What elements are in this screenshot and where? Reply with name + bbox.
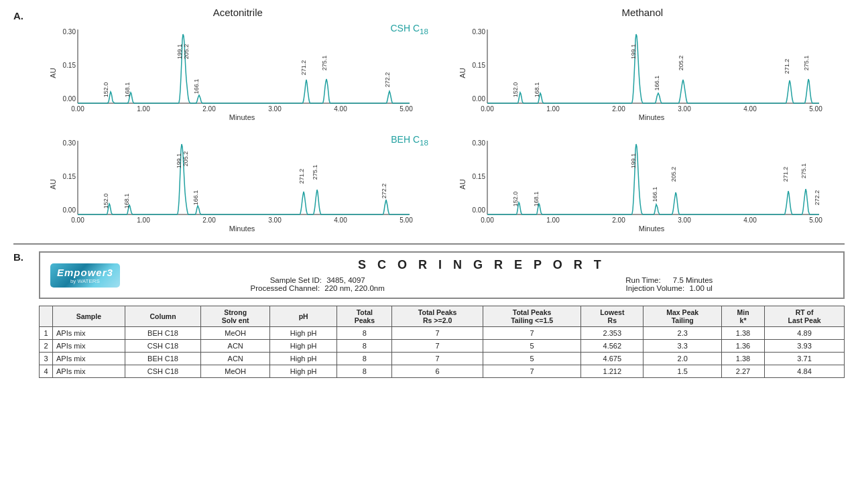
cell-peaks-rs: 7 xyxy=(392,340,483,353)
scoring-table: Sample Column StrongSolv ent pH TotalPea… xyxy=(39,306,845,378)
svg-text:0.00: 0.00 xyxy=(473,95,486,103)
table-header-row: Sample Column StrongSolv ent pH TotalPea… xyxy=(40,306,845,327)
svg-text:271.2: 271.2 xyxy=(784,59,790,74)
chart-bottom-left-svg: AU 0.30 0.15 0.00 0.00 1.00 2.00 3.00 4.… xyxy=(36,131,435,235)
svg-text:271.2: 271.2 xyxy=(300,60,307,76)
svg-text:166.1: 166.1 xyxy=(652,187,658,202)
cell-total-peaks: 8 xyxy=(337,327,392,340)
processed-channel-value: 220 nm, 220.0nm xyxy=(324,284,385,292)
svg-text:166.1: 166.1 xyxy=(192,190,199,206)
svg-text:5.00: 5.00 xyxy=(809,216,822,224)
scoring-title: S C O R I N G R E P O R T xyxy=(130,258,833,272)
svg-text:2.00: 2.00 xyxy=(612,216,625,224)
th-peaks-tailing: Total PeaksTailing <=1.5 xyxy=(483,306,581,327)
svg-text:272.2: 272.2 xyxy=(381,184,387,199)
svg-text:Minutes: Minutes xyxy=(639,225,665,233)
cell-ph: High pH xyxy=(269,340,336,353)
svg-text:AU: AU xyxy=(49,68,57,78)
section-a: A. Acetonitrile Methanol AU 0.30 xyxy=(13,7,845,237)
main-container: A. Acetonitrile Methanol AU 0.30 xyxy=(0,0,858,385)
cell-column: BEH C18 xyxy=(125,353,201,365)
svg-text:0.15: 0.15 xyxy=(473,62,486,69)
svg-text:272.2: 272.2 xyxy=(384,72,391,88)
svg-text:275.1: 275.1 xyxy=(321,56,328,71)
th-column: Column xyxy=(125,306,201,327)
svg-text:0.00: 0.00 xyxy=(473,206,486,214)
th-ph: pH xyxy=(269,306,336,327)
svg-text:5.00: 5.00 xyxy=(809,105,822,113)
charts-area: Acetonitrile Methanol AU 0.30 0.15 0.00 xyxy=(36,7,845,237)
cell-peaks-tailing: 7 xyxy=(483,365,581,378)
svg-text:4.00: 4.00 xyxy=(334,216,347,224)
cell-lowest-rs: 1.212 xyxy=(581,365,644,378)
svg-text:0.15: 0.15 xyxy=(63,173,76,180)
section-b-label: B. xyxy=(13,251,32,378)
cell-num: 4 xyxy=(40,365,53,378)
cell-lowest-rs: 4.562 xyxy=(581,340,644,353)
cell-ph: High pH xyxy=(269,365,336,378)
svg-text:152.0: 152.0 xyxy=(512,192,519,207)
svg-text:275.1: 275.1 xyxy=(800,164,807,179)
svg-text:152.0: 152.0 xyxy=(103,194,109,209)
svg-text:0.15: 0.15 xyxy=(473,173,486,180)
cell-ph: High pH xyxy=(269,353,336,365)
chart-top-left-label: CSH C18 xyxy=(390,23,428,36)
svg-text:168.1: 168.1 xyxy=(124,82,131,98)
scoring-header-box: Empower3 by WATERS S C O R I N G R E P O… xyxy=(39,251,845,299)
cell-min-k: 2.27 xyxy=(721,365,764,378)
svg-text:271.2: 271.2 xyxy=(298,169,305,184)
cell-rt-last-peak: 4.84 xyxy=(765,365,845,378)
cell-num: 3 xyxy=(40,353,53,365)
cell-rt-last-peak: 3.93 xyxy=(765,340,845,353)
svg-text:0.00: 0.00 xyxy=(63,95,76,103)
svg-text:1.00: 1.00 xyxy=(137,105,150,113)
svg-text:166.1: 166.1 xyxy=(193,79,200,94)
cell-num: 2 xyxy=(40,340,53,353)
empower-logo-line2: by WATERS xyxy=(57,278,113,284)
svg-text:275.1: 275.1 xyxy=(312,165,318,180)
svg-text:5.00: 5.00 xyxy=(400,216,413,224)
cell-num: 1 xyxy=(40,327,53,340)
chart-top-right: AU 0.30 0.15 0.00 0.00 1.00 2.00 3.00 4.… xyxy=(445,19,845,125)
run-time-label: Run Time: xyxy=(625,276,660,284)
chart-bottom-left: AU 0.30 0.15 0.00 0.00 1.00 2.00 3.00 4.… xyxy=(36,131,435,237)
svg-text:AU: AU xyxy=(458,179,467,189)
svg-text:205.2: 205.2 xyxy=(670,167,677,182)
charts-grid: AU 0.30 0.15 0.00 0.00 1.00 2.00 xyxy=(36,19,845,237)
svg-text:0.00: 0.00 xyxy=(481,105,494,113)
svg-text:205.2: 205.2 xyxy=(183,44,190,60)
cell-solvent: MeOH xyxy=(201,365,270,378)
svg-text:AU: AU xyxy=(458,68,467,78)
injection-volume-label: Injection Volume: xyxy=(626,284,685,292)
th-solvent: StrongSolv ent xyxy=(201,306,270,327)
svg-text:4.00: 4.00 xyxy=(743,105,757,113)
column-headers: Acetonitrile Methanol xyxy=(36,7,845,18)
svg-text:2.00: 2.00 xyxy=(612,105,625,113)
svg-text:0.00: 0.00 xyxy=(71,105,84,113)
svg-text:0.00: 0.00 xyxy=(71,216,84,224)
svg-text:199.1: 199.1 xyxy=(176,153,182,169)
th-num xyxy=(40,306,53,327)
injection-volume-value: 1.00 ul xyxy=(689,284,713,292)
svg-text:3.00: 3.00 xyxy=(268,216,282,224)
scoring-meta: Sample Set ID: 3485, 4097 Processed Chan… xyxy=(130,276,833,292)
svg-text:168.1: 168.1 xyxy=(533,192,540,207)
cell-solvent: MeOH xyxy=(201,327,270,340)
svg-text:Minutes: Minutes xyxy=(229,225,255,233)
table-row: 1 APIs mix BEH C18 MeOH High pH 8 7 7 2.… xyxy=(40,327,845,340)
svg-text:3.00: 3.00 xyxy=(678,216,691,224)
table-row: 2 APIs mix CSH C18 ACN High pH 8 7 5 4.5… xyxy=(40,340,845,353)
svg-text:166.1: 166.1 xyxy=(654,76,660,91)
svg-text:168.1: 168.1 xyxy=(123,194,130,209)
cell-sample: APIs mix xyxy=(53,340,125,353)
cell-peaks-rs: 6 xyxy=(392,365,483,378)
svg-text:168.1: 168.1 xyxy=(534,82,540,98)
svg-text:Minutes: Minutes xyxy=(229,113,255,121)
svg-text:0.30: 0.30 xyxy=(473,139,486,147)
svg-text:0.30: 0.30 xyxy=(63,28,76,36)
cell-solvent: ACN xyxy=(201,353,270,365)
svg-text:3.00: 3.00 xyxy=(678,105,691,113)
chart-top-left: AU 0.30 0.15 0.00 0.00 1.00 2.00 xyxy=(36,19,435,125)
cell-total-peaks: 8 xyxy=(337,353,392,365)
svg-text:4.00: 4.00 xyxy=(334,105,347,113)
